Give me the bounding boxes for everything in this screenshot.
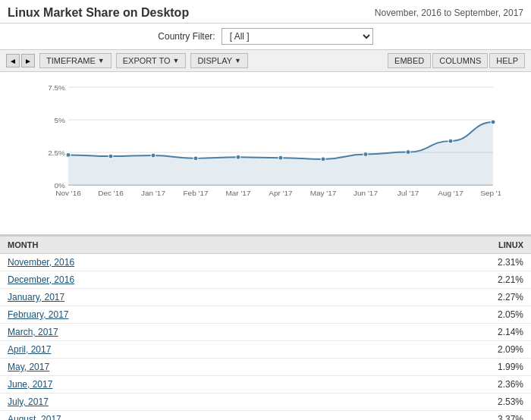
- timeframe-button[interactable]: TIMEFRAME ▼: [39, 53, 112, 68]
- toolbar-left: ◄ ► TIMEFRAME ▼ EXPORT TO ▼ DISPLAY ▼: [6, 53, 248, 68]
- svg-text:5%: 5%: [55, 116, 66, 124]
- chart-area: 0%2.5%5%7.5%Nov '16Dec '16Jan '17Feb '17…: [0, 72, 531, 235]
- display-button[interactable]: DISPLAY ▼: [190, 53, 248, 68]
- linux-value: 2.27%: [498, 292, 523, 302]
- export-arrow-icon: ▼: [172, 57, 179, 64]
- toolbar-right: EMBED COLUMNS HELP: [388, 53, 525, 68]
- svg-text:Jul '17: Jul '17: [397, 189, 419, 197]
- month-link[interactable]: December, 2016: [8, 274, 74, 285]
- svg-text:Feb '17: Feb '17: [183, 189, 208, 197]
- linux-value: 2.21%: [498, 274, 523, 285]
- nav-next-button[interactable]: ►: [21, 54, 35, 67]
- linux-value: 2.09%: [498, 344, 523, 355]
- month-link[interactable]: November, 2016: [8, 257, 74, 268]
- page-title: Linux Market Share on Desktop: [8, 6, 189, 20]
- linux-value: 2.53%: [498, 396, 523, 407]
- table-section: MONTH LINUX November, 20162.31%December,…: [0, 235, 531, 420]
- svg-text:2.5%: 2.5%: [48, 149, 65, 157]
- svg-point-22: [193, 156, 198, 161]
- table-row: December, 20162.21%: [0, 271, 531, 289]
- linux-value: 2.05%: [498, 309, 523, 320]
- svg-text:Jun '17: Jun '17: [353, 189, 378, 197]
- svg-text:Mar '17: Mar '17: [225, 189, 250, 197]
- linux-value: 1.99%: [498, 362, 523, 372]
- svg-text:Sep '17: Sep '17: [480, 189, 501, 197]
- filter-row: Country Filter: [ All ]: [0, 24, 531, 50]
- timeframe-arrow-icon: ▼: [98, 57, 105, 64]
- table-row: April, 20172.09%: [0, 341, 531, 359]
- svg-point-26: [363, 152, 368, 157]
- month-link[interactable]: June, 2017: [8, 379, 52, 390]
- display-arrow-icon: ▼: [234, 57, 241, 64]
- export-button[interactable]: EXPORT TO ▼: [116, 53, 187, 68]
- col-month-header: MONTH: [8, 240, 38, 249]
- table-row: January, 20172.27%: [0, 289, 531, 306]
- month-link[interactable]: July, 2017: [8, 396, 49, 407]
- date-range: November, 2016 to September, 2017: [375, 8, 523, 18]
- svg-point-21: [151, 153, 156, 158]
- svg-text:May '17: May '17: [310, 189, 337, 197]
- svg-point-27: [406, 150, 410, 155]
- chart-svg: 0%2.5%5%7.5%Nov '16Dec '16Jan '17Feb '17…: [38, 80, 501, 212]
- svg-text:Apr '17: Apr '17: [269, 189, 293, 197]
- table-header: MONTH LINUX: [0, 237, 531, 254]
- month-link[interactable]: April, 2017: [8, 344, 51, 355]
- nav-prev-button[interactable]: ◄: [6, 54, 20, 67]
- svg-text:Nov '16: Nov '16: [55, 189, 81, 197]
- month-link[interactable]: February, 2017: [8, 309, 69, 320]
- page-header: Linux Market Share on Desktop November, …: [0, 0, 531, 24]
- col-linux-header: LINUX: [498, 240, 523, 249]
- svg-point-19: [66, 152, 71, 157]
- table-row: July, 20172.53%: [0, 393, 531, 411]
- month-link[interactable]: May, 2017: [8, 362, 49, 372]
- svg-point-24: [278, 155, 283, 160]
- table-row: May, 20171.99%: [0, 359, 531, 376]
- month-link[interactable]: January, 2017: [8, 292, 64, 302]
- table-row: August, 20173.37%: [0, 411, 531, 420]
- table-row: February, 20172.05%: [0, 306, 531, 324]
- month-link[interactable]: March, 2017: [8, 327, 58, 337]
- table-row: November, 20162.31%: [0, 254, 531, 271]
- linux-value: 2.14%: [498, 327, 523, 337]
- svg-text:Aug '17: Aug '17: [438, 189, 463, 197]
- toolbar: ◄ ► TIMEFRAME ▼ EXPORT TO ▼ DISPLAY ▼ EM…: [0, 50, 531, 72]
- table-row: March, 20172.14%: [0, 324, 531, 341]
- svg-point-23: [236, 155, 240, 159]
- country-filter-select[interactable]: [ All ]: [222, 28, 373, 45]
- embed-button[interactable]: EMBED: [388, 53, 431, 68]
- svg-point-20: [108, 154, 113, 158]
- svg-point-29: [491, 120, 495, 124]
- svg-point-28: [448, 139, 453, 143]
- svg-text:7.5%: 7.5%: [48, 83, 65, 92]
- svg-point-25: [321, 157, 325, 161]
- linux-value: 3.37%: [498, 414, 523, 420]
- linux-value: 2.36%: [498, 379, 523, 390]
- linux-value: 2.31%: [498, 257, 523, 268]
- help-button[interactable]: HELP: [489, 53, 525, 68]
- svg-text:Dec '16: Dec '16: [98, 189, 124, 197]
- month-link[interactable]: August, 2017: [8, 414, 61, 420]
- filter-label: Country Filter:: [158, 31, 215, 42]
- columns-button[interactable]: COLUMNS: [432, 53, 488, 68]
- svg-text:Jan '17: Jan '17: [141, 189, 165, 197]
- table-row: June, 20172.36%: [0, 376, 531, 393]
- table-rows-container: November, 20162.31%December, 20162.21%Ja…: [0, 254, 531, 420]
